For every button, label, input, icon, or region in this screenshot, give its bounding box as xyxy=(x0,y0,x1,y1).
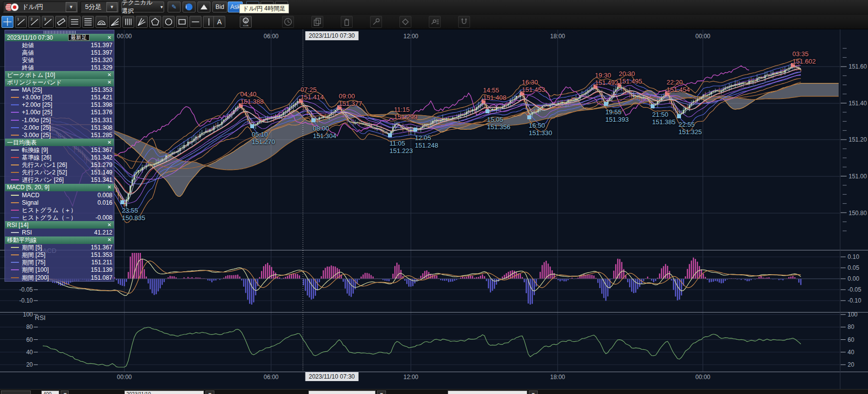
price-chart-canvas[interactable] xyxy=(0,0,868,394)
panel-date-header: 2023/11/10 07:30 最新足 ✕ xyxy=(5,34,114,41)
section-close-icon[interactable]: ✕ xyxy=(106,184,112,191)
svg-text:3: 3 xyxy=(44,17,46,21)
bid-button[interactable]: Bid xyxy=(212,1,227,12)
ohlc-row: 始値151.397 xyxy=(5,41,114,49)
indicator-row: -1.00σ [25]151.331 xyxy=(5,116,114,124)
indicator-color-swatch xyxy=(11,104,19,105)
vertical-lines-icon xyxy=(123,16,134,27)
trendline-3-icon: 3 xyxy=(42,16,53,27)
indicator-color-swatch xyxy=(11,262,19,263)
panel-section-header[interactable]: MACD [5, 20, 9]✕ xyxy=(5,184,114,191)
section-close-icon[interactable]: ✕ xyxy=(106,72,112,79)
ask-label: Ask xyxy=(230,3,240,10)
timeframe-dropdown-arrow-icon[interactable]: ▼ xyxy=(106,2,117,12)
bottom-bar-input[interactable]: 400 xyxy=(41,391,59,394)
fibonacci-arc-button[interactable] xyxy=(96,16,107,28)
ohlc-row: 高値151.397 xyxy=(5,49,114,56)
bottom-bar-button[interactable]: ▼ xyxy=(377,391,386,394)
crosshair-icon xyxy=(2,16,13,27)
history-button xyxy=(282,16,294,28)
technical-select-button[interactable]: テクニカル選択 ▼ xyxy=(121,1,164,12)
indicator-color-swatch xyxy=(11,164,19,165)
bottom-bar-input[interactable] xyxy=(308,391,376,394)
timeframe-select[interactable]: 5分足 ▼ xyxy=(81,1,118,12)
indicator-color-swatch xyxy=(11,127,19,128)
panel-section-header[interactable]: 移動平均線✕ xyxy=(5,236,114,244)
indicator-row: 期間 [25]151.353 xyxy=(5,251,114,259)
indicator-color-swatch xyxy=(11,210,19,211)
info-icon: i xyxy=(186,3,193,10)
panel-section-header[interactable]: ピークボトム [10]✕ xyxy=(5,71,114,79)
indicator-row: -2.00σ [25]151.308 xyxy=(5,124,114,131)
trendline-3-button[interactable]: 3 xyxy=(42,16,54,28)
parallel-lines-4-icon xyxy=(83,16,94,27)
indicator-color-swatch xyxy=(11,89,19,90)
indicator-color-swatch xyxy=(11,120,19,121)
eraser-icon xyxy=(400,16,411,27)
pencil-tool-button[interactable]: ✎ xyxy=(168,1,181,12)
parallel-lines-4-button[interactable] xyxy=(82,16,94,28)
indicator-color-swatch xyxy=(11,277,19,278)
latest-candle-button[interactable]: 最新足 xyxy=(68,34,90,41)
section-close-icon[interactable]: ✕ xyxy=(106,236,112,243)
area-chart-button[interactable] xyxy=(197,1,210,12)
ruler-button[interactable] xyxy=(55,16,67,28)
bottom-bar-button[interactable]: ▼ xyxy=(529,391,538,394)
parallel-lines-3-button[interactable] xyxy=(69,16,81,28)
indicator-row: +1.00σ [25]151.376 xyxy=(5,109,114,116)
icon-stamp-button[interactable]: ICON xyxy=(240,16,252,28)
chart-area[interactable] xyxy=(0,0,868,394)
icon-stamp-icon: ICON xyxy=(240,16,251,27)
crosshair-button[interactable] xyxy=(1,16,13,28)
panel-section-header[interactable]: RSI [14]✕ xyxy=(5,221,114,229)
bottom-bar-button[interactable] xyxy=(1,391,31,394)
indicator-row: 期間 [100]151.139 xyxy=(5,266,114,274)
section-close-icon[interactable]: ✕ xyxy=(106,79,112,86)
rectangle-button[interactable] xyxy=(176,16,188,28)
text-tool-button[interactable]: A xyxy=(213,16,225,28)
copy-icon xyxy=(312,16,323,27)
section-close-icon[interactable]: ✕ xyxy=(106,222,112,229)
properties-wrench-button xyxy=(370,16,382,28)
indicator-color-swatch xyxy=(11,247,19,248)
fan-lines-button[interactable] xyxy=(109,16,121,28)
indicator-color-swatch xyxy=(11,202,19,203)
panel-section-header[interactable]: ボリンジャーバンド✕ xyxy=(5,79,114,86)
magnet-button xyxy=(458,16,470,28)
ohlc-rows: 始値151.397高値151.397安値151.320終値151.329 xyxy=(5,41,114,71)
symbol-select[interactable]: ドル/円 ▼ xyxy=(3,1,78,12)
section-close-icon[interactable]: ✕ xyxy=(106,139,112,146)
trendline-2-icon: 2 xyxy=(29,16,40,27)
trendline-1-button[interactable]: 1 xyxy=(15,16,27,28)
properties-wrench-icon xyxy=(371,16,382,27)
info-button[interactable]: i xyxy=(183,1,195,12)
timeframe-label: 5分足 xyxy=(85,2,101,11)
symbol-dropdown-arrow-icon[interactable]: ▼ xyxy=(66,2,77,12)
gann-fan-button[interactable] xyxy=(136,16,148,28)
indicator-row: 期間 [5]151.367 xyxy=(5,244,114,251)
horizontal-line-button[interactable] xyxy=(190,16,201,28)
pan-hand-button xyxy=(341,16,353,28)
panel-close-icon[interactable]: ✕ xyxy=(106,34,112,41)
bottom-bar-button[interactable]: ▼ xyxy=(61,391,69,394)
indicator-row: MACD0.008 xyxy=(5,191,114,199)
indicator-row: 先行スパン1 [26]151.279 xyxy=(5,161,114,169)
trendline-2-button[interactable]: 2 xyxy=(28,16,40,28)
jp-flag-icon xyxy=(10,3,19,11)
indicator-row: 期間 [200]151.087 xyxy=(5,274,114,281)
fan-lines-icon xyxy=(109,16,120,27)
panel-section-header[interactable]: 一目均衡表✕ xyxy=(5,139,114,146)
svg-text:ICON: ICON xyxy=(243,24,248,27)
pentagon-button[interactable] xyxy=(149,16,161,28)
vertical-lines-button[interactable] xyxy=(122,16,134,28)
bottom-control-strip: 400▼2023/11/10▼▼▼ xyxy=(0,389,868,394)
indicator-row: 基準線 [26]151.342 xyxy=(5,154,114,161)
bottom-bar-button[interactable]: ▼ xyxy=(205,391,214,394)
indicator-row: +2.00σ [25]151.398 xyxy=(5,101,114,109)
ellipse-button[interactable] xyxy=(163,16,175,28)
bottom-bar-input[interactable] xyxy=(448,391,527,394)
svg-text:A: A xyxy=(217,18,222,26)
indicator-color-swatch xyxy=(11,269,19,270)
bottom-bar-input[interactable]: 2023/11/10 xyxy=(124,391,204,394)
mountain-icon xyxy=(200,4,207,9)
